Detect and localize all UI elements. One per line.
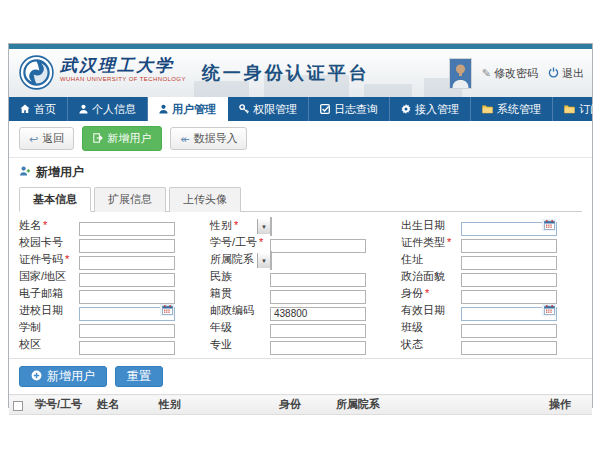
submit-add-user-button[interactable]: 新增用户: [19, 366, 107, 387]
content-area: ↩ 返回 新增用户 ↞ 数据导入: [9, 121, 592, 415]
new-user-form: 姓名*性别*▼出生日期校园卡号学号/工号*证件类型*证件号码*所属院系▼住址国家…: [9, 212, 592, 359]
form-field-class: 班级: [401, 320, 582, 334]
gender-select[interactable]: ▼: [270, 217, 272, 236]
calendar-icon[interactable]: [542, 304, 556, 316]
chevron-down-icon[interactable]: ▼: [257, 253, 270, 268]
section-header: 新增用户: [9, 158, 592, 185]
table-header-cell: 学号/工号: [31, 395, 93, 415]
select-all-checkbox[interactable]: [13, 401, 23, 411]
nav-item-label: 接入管理: [415, 102, 459, 117]
schooling-length-input[interactable]: [79, 324, 175, 338]
student-staff-no-input[interactable]: [270, 239, 366, 253]
toolbar: ↩ 返回 新增用户 ↞ 数据导入: [9, 121, 592, 158]
university-name-en: WUHAN UNIVERSITY OF TECHNOLOGY: [60, 76, 186, 82]
form-field-postal-code: 邮政编码: [210, 303, 391, 317]
form-field-department: 所属院系▼: [210, 252, 391, 266]
ethnicity-input[interactable]: [270, 273, 366, 287]
nav-item-subscription-management[interactable]: 订阅管理: [553, 97, 600, 121]
table-header-cell: 性别: [155, 395, 275, 415]
calendar-icon[interactable]: [160, 304, 174, 316]
user-icon: [159, 104, 168, 114]
section-title: 新增用户: [36, 164, 84, 181]
tab-basic-info[interactable]: 基本信息: [19, 187, 91, 212]
name-input[interactable]: [79, 222, 175, 236]
form-tabs: 基本信息扩展信息上传头像: [19, 187, 582, 212]
form-field-country-region: 国家/地区: [19, 269, 200, 283]
nav-item-system-management[interactable]: 系统管理: [471, 97, 553, 121]
major-input[interactable]: [270, 341, 366, 355]
tab-label: 扩展信息: [108, 193, 152, 205]
gear-icon: [401, 104, 411, 114]
field-label: 校区: [19, 337, 79, 352]
add-user-icon: [93, 133, 103, 145]
table-header-cell: 身份: [275, 395, 332, 415]
form-field-address: 住址: [401, 252, 582, 266]
identity-input[interactable]: [461, 290, 557, 304]
field-label: 证件号码*: [19, 252, 79, 267]
id-number-input[interactable]: [79, 256, 175, 270]
form-field-email: 电子邮箱: [19, 286, 200, 300]
nav-item-access-management[interactable]: 接入管理: [390, 97, 471, 121]
email-input[interactable]: [79, 290, 175, 304]
nav-item-label: 订阅管理: [579, 102, 600, 117]
nav-item-permission-management[interactable]: 权限管理: [228, 97, 309, 121]
field-label: 民族: [210, 269, 270, 284]
chevron-down-icon[interactable]: ▼: [257, 219, 270, 234]
nav-item-label: 首页: [34, 102, 56, 117]
form-field-id-number: 证件号码*: [19, 252, 200, 266]
user-avatar[interactable]: [449, 58, 472, 89]
university-name: 武汉理工大学: [60, 55, 186, 75]
building-silhouette: [364, 84, 412, 97]
nav-item-label: 权限管理: [253, 102, 297, 117]
political-status-input[interactable]: [461, 273, 557, 287]
back-button-label: 返回: [42, 131, 64, 146]
field-label: 专业: [210, 337, 270, 352]
country-region-input[interactable]: [79, 273, 175, 287]
back-button[interactable]: ↩ 返回: [19, 127, 74, 150]
data-import-button[interactable]: ↞ 数据导入: [170, 127, 247, 150]
change-password-link[interactable]: ✎ 修改密码: [482, 66, 538, 81]
address-input[interactable]: [461, 256, 557, 270]
field-label: 学号/工号*: [210, 235, 270, 250]
tab-label: 上传头像: [183, 193, 227, 205]
department-select[interactable]: ▼: [270, 251, 272, 270]
university-logo: [19, 55, 54, 94]
user-list-table: 学号/工号姓名性别身份所属院系操作: [9, 394, 592, 415]
status-input[interactable]: [461, 341, 557, 355]
folder-icon: [482, 104, 493, 114]
nav-item-home[interactable]: 首页: [9, 97, 68, 121]
data-import-label: 数据导入: [193, 131, 237, 146]
person-icon: [79, 104, 88, 114]
form-field-political-status: 政治面貌: [401, 269, 582, 283]
field-label: 年级: [210, 320, 270, 335]
class-input[interactable]: [461, 324, 557, 338]
id-type-input[interactable]: [461, 239, 557, 253]
back-arrow-icon: ↩: [29, 134, 38, 144]
postal-code-input[interactable]: [270, 307, 366, 321]
reset-button[interactable]: 重置: [115, 366, 163, 387]
tab-extended-info[interactable]: 扩展信息: [94, 187, 166, 212]
field-label: 出生日期: [401, 218, 461, 233]
toolbar-add-user-button[interactable]: 新增用户: [82, 126, 162, 151]
nav-item-log-query[interactable]: 日志查询: [309, 97, 390, 121]
campus-card-no-input[interactable]: [79, 239, 175, 253]
form-field-entry-date: 进校日期: [19, 303, 200, 317]
table-header-checkbox-cell: [9, 395, 31, 415]
form-field-valid-date: 有效日期: [401, 303, 582, 317]
nav-item-user-management[interactable]: 用户管理: [148, 97, 228, 121]
required-asterisk: *: [259, 236, 263, 248]
required-asterisk: *: [43, 219, 47, 231]
logout-link[interactable]: 退出: [548, 66, 584, 81]
tab-upload-avatar[interactable]: 上传头像: [169, 187, 241, 212]
form-field-campus: 校区: [19, 337, 200, 351]
campus-input[interactable]: [79, 341, 175, 355]
nav-item-profile[interactable]: 个人信息: [68, 97, 148, 121]
grade-input[interactable]: [270, 324, 366, 338]
form-field-birth-date: 出生日期: [401, 218, 582, 232]
app-window: 武汉理工大学 WUHAN UNIVERSITY OF TECHNOLOGY 统一…: [8, 43, 593, 408]
form-field-student-staff-no: 学号/工号*: [210, 235, 391, 249]
field-label: 班级: [401, 320, 461, 335]
native-place-input[interactable]: [270, 290, 366, 304]
calendar-icon[interactable]: [542, 219, 556, 231]
toolbar-add-user-label: 新增用户: [107, 131, 151, 146]
